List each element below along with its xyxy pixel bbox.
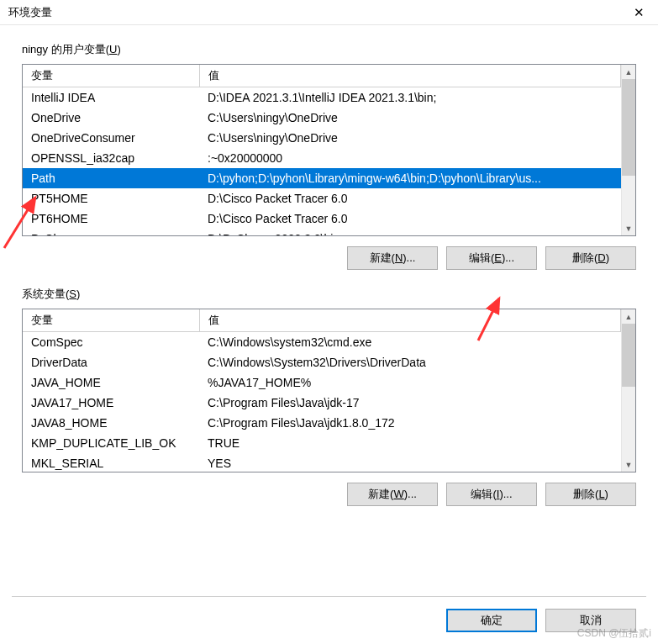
- table-row[interactable]: DriverDataC:\Windows\System32\Drivers\Dr…: [23, 352, 621, 372]
- col-value[interactable]: 值: [199, 65, 621, 87]
- user-variables-section: ningy 的用户变量(U) 变量 值 IntelliJ IDEAD:\IDEA…: [22, 42, 636, 270]
- user-edit-button[interactable]: 编辑(E)...: [446, 246, 537, 270]
- table-row[interactable]: IntelliJ IDEAD:\IDEA 2021.3.1\IntelliJ I…: [23, 87, 621, 108]
- scroll-thumb[interactable]: [622, 324, 635, 387]
- cell-variable: KMP_DUPLICATE_LIB_OK: [23, 433, 199, 453]
- cell-value: C:\Users\ningy\OneDrive: [199, 128, 621, 148]
- divider: [12, 596, 646, 597]
- cell-value: C:\Windows\System32\Drivers\DriverData: [199, 352, 621, 372]
- table-row[interactable]: OneDriveC:\Users\ningy\OneDrive: [23, 108, 621, 128]
- cell-variable: OPENSSL_ia32cap: [23, 148, 199, 168]
- scrollbar[interactable]: ▲ ▼: [621, 309, 635, 472]
- cell-variable: DriverData: [23, 352, 199, 372]
- table-row[interactable]: KMP_DUPLICATE_LIB_OKTRUE: [23, 433, 621, 453]
- cell-value: D:\IDEA 2021.3.1\IntelliJ IDEA 2021.3.1\…: [199, 87, 621, 108]
- user-delete-button[interactable]: 删除(D): [545, 246, 636, 270]
- cell-variable: JAVA17_HOME: [23, 393, 199, 413]
- ok-button[interactable]: 确定: [446, 609, 537, 632]
- cell-variable: OneDriveConsumer: [23, 128, 199, 148]
- table-row[interactable]: PT5HOMED:\Cisco Packet Tracer 6.0: [23, 188, 621, 209]
- table-row[interactable]: OPENSSL_ia32cap:~0x20000000: [23, 148, 621, 168]
- cell-variable: PT5HOME: [23, 188, 199, 209]
- close-button[interactable]: ✕: [619, 0, 658, 25]
- cell-value: C:\Program Files\Java\jdk1.8.0_172: [199, 413, 621, 433]
- cell-value: D:\PyCharm 2022.3.2\bin;: [199, 229, 621, 236]
- cell-value: C:\Windows\system32\cmd.exe: [199, 332, 621, 352]
- cell-variable: JAVA8_HOME: [23, 413, 199, 433]
- titlebar: 环境变量 ✕: [0, 0, 658, 25]
- system-variables-section: 系统变量(S) 变量 值 ComSpecC:\Windows\system32\…: [22, 287, 636, 506]
- cell-value: D:\pyhon;D:\pyhon\Library\mingw-w64\bin;…: [199, 168, 621, 188]
- table-row[interactable]: PathD:\pyhon;D:\pyhon\Library\mingw-w64\…: [23, 168, 621, 188]
- system-variables-table[interactable]: 变量 值 ComSpecC:\Windows\system32\cmd.exeD…: [22, 309, 636, 472]
- system-delete-button[interactable]: 删除(L): [545, 483, 636, 506]
- cell-value: YES: [199, 453, 621, 472]
- scroll-up-icon[interactable]: ▲: [622, 65, 635, 79]
- user-new-button[interactable]: 新建(N)...: [347, 246, 438, 270]
- table-row[interactable]: JAVA_HOME%JAVA17_HOME%: [23, 372, 621, 393]
- cell-value: %JAVA17_HOME%: [199, 372, 621, 393]
- cell-value: C:\Program Files\Java\jdk-17: [199, 393, 621, 413]
- system-section-label: 系统变量(S): [22, 287, 80, 302]
- cell-value: C:\Users\ningy\OneDrive: [199, 108, 621, 128]
- table-header[interactable]: 变量 值: [23, 309, 621, 332]
- watermark: CSDN @伍拾贰i: [577, 626, 651, 641]
- col-variable[interactable]: 变量: [23, 309, 199, 332]
- scroll-down-icon[interactable]: ▼: [622, 457, 635, 472]
- col-variable[interactable]: 变量: [23, 65, 199, 87]
- table-header[interactable]: 变量 值: [23, 65, 621, 87]
- cell-variable: PyCharm: [23, 229, 199, 236]
- cell-variable: PT6HOME: [23, 209, 199, 229]
- close-icon: ✕: [634, 5, 645, 20]
- table-row[interactable]: JAVA17_HOMEC:\Program Files\Java\jdk-17: [23, 393, 621, 413]
- cell-value: D:\Cisco Packet Tracer 6.0: [199, 188, 621, 209]
- table-row[interactable]: ComSpecC:\Windows\system32\cmd.exe: [23, 332, 621, 352]
- scroll-up-icon[interactable]: ▲: [622, 309, 635, 324]
- user-section-label: ningy 的用户变量(U): [22, 42, 121, 57]
- cell-variable: IntelliJ IDEA: [23, 87, 199, 108]
- cell-value: D:\Cisco Packet Tracer 6.0: [199, 209, 621, 229]
- system-edit-button[interactable]: 编辑(I)...: [446, 483, 537, 506]
- window-title: 环境变量: [8, 5, 52, 20]
- cell-variable: Path: [23, 168, 199, 188]
- table-row[interactable]: JAVA8_HOMEC:\Program Files\Java\jdk1.8.0…: [23, 413, 621, 433]
- cell-value: TRUE: [199, 433, 621, 453]
- table-row[interactable]: PyCharmD:\PyCharm 2022.3.2\bin;: [23, 229, 621, 236]
- cell-variable: MKL_SERIAL: [23, 453, 199, 472]
- table-row[interactable]: OneDriveConsumerC:\Users\ningy\OneDrive: [23, 128, 621, 148]
- col-value[interactable]: 值: [199, 309, 621, 332]
- system-new-button[interactable]: 新建(W)...: [347, 483, 438, 506]
- cell-variable: OneDrive: [23, 108, 199, 128]
- table-row[interactable]: MKL_SERIALYES: [23, 453, 621, 472]
- cell-variable: JAVA_HOME: [23, 372, 199, 393]
- table-row[interactable]: PT6HOMED:\Cisco Packet Tracer 6.0: [23, 209, 621, 229]
- scroll-down-icon[interactable]: ▼: [622, 221, 635, 235]
- scroll-thumb[interactable]: [622, 79, 635, 176]
- cell-variable: ComSpec: [23, 332, 199, 352]
- scrollbar[interactable]: ▲ ▼: [621, 65, 635, 235]
- user-variables-table[interactable]: 变量 值 IntelliJ IDEAD:\IDEA 2021.3.1\Intel…: [22, 64, 636, 236]
- cell-value: :~0x20000000: [199, 148, 621, 168]
